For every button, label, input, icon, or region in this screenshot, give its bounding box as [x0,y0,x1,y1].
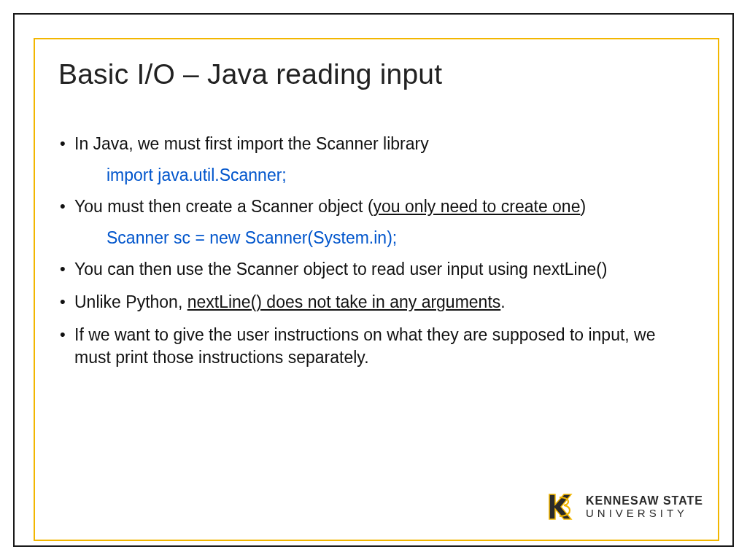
slide-title: Basic I/O – Java reading input [58,58,696,90]
bullet-list: In Java, we must first import the Scanne… [58,133,696,155]
bullet-item: In Java, we must first import the Scanne… [58,133,696,155]
bullet-list: You must then create a Scanner object (y… [58,195,696,218]
bullet-text: ) [580,197,586,216]
bullet-text: . [500,292,505,311]
logo-line-2: UNIVERSITY [586,508,703,519]
code-line: Scanner sc = new Scanner(System.in); [107,228,696,248]
ks-monogram-icon [545,490,578,524]
bullet-underline: you only need to create one [374,197,581,216]
bullet-text: You must then create a Scanner object ( [74,197,374,216]
bullet-item: You can then use the Scanner object to r… [58,258,696,281]
code-line: import java.util.Scanner; [107,166,696,185]
logo-text: KENNESAW STATE UNIVERSITY [586,495,703,519]
slide-content: Basic I/O – Java reading input In Java, … [58,58,696,379]
bullet-item: You must then create a Scanner object (y… [58,195,696,218]
bullet-text: If we want to give the user instructions… [74,325,656,367]
university-logo: KENNESAW STATE UNIVERSITY [545,490,703,524]
bullet-item: Unlike Python, nextLine() does not take … [58,291,696,314]
logo-line-1: KENNESAW STATE [586,495,703,508]
bullet-list: You can then use the Scanner object to r… [58,258,696,369]
bullet-underline: nextLine() does not take in any argument… [187,292,501,311]
bullet-item: If we want to give the user instructions… [58,324,696,369]
bullet-text: In Java, we must first import the Scanne… [74,134,429,153]
bullet-text: Unlike Python, [74,292,187,311]
bullet-text: You can then use the Scanner object to r… [74,260,608,279]
